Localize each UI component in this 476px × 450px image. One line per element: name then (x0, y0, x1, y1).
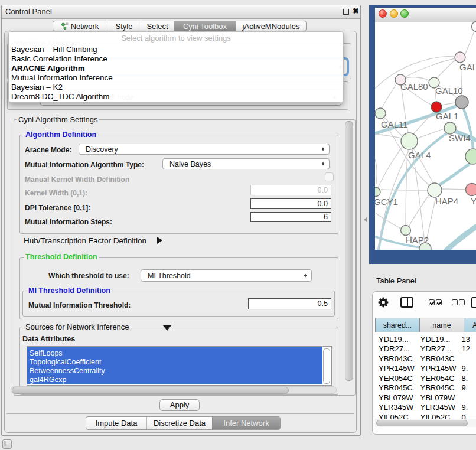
node-hap2 (401, 226, 411, 236)
node-label: GAL4 (408, 150, 431, 160)
cell: 9. (459, 403, 476, 412)
tab-jactivemnodules[interactable]: jActiveMNodules (236, 21, 306, 31)
expand-right-icon[interactable] (157, 237, 166, 244)
combo-arrows-icon (322, 161, 325, 167)
table-row[interactable]: YDL19...YDL19...13 (375, 335, 476, 344)
settings-vertical-scrollbar[interactable] (345, 121, 353, 381)
node-label: Y (471, 196, 476, 206)
list-item-selected[interactable]: BetweennessCentrality (27, 367, 322, 376)
column-header-partial[interactable]: A (464, 318, 476, 332)
cell: YBR045C (375, 383, 418, 393)
sources-group-label: Sources for Network Inference (24, 323, 131, 331)
hub-definition-label[interactable]: Hub/Transcription Factor Definition (24, 236, 146, 245)
mi-type-combo[interactable]: Naive Bayes (162, 158, 330, 169)
tab-infer-network[interactable]: Infer Network (212, 417, 280, 429)
cell: 8. (459, 374, 476, 383)
minimize-traffic-light[interactable] (390, 9, 398, 18)
gear-icon[interactable] (378, 297, 389, 308)
dropdown-item[interactable]: Basic Correlation Inference (9, 54, 343, 64)
control-panel-titlebar[interactable] (2, 5, 360, 19)
cell: YDR27... (418, 344, 459, 354)
tab-style[interactable]: Style (107, 21, 141, 31)
tab-impute-data[interactable]: Impute Data (86, 417, 146, 429)
tab-cyni-toolbox[interactable]: Cyni Toolbox (174, 21, 236, 31)
collapse-down-icon[interactable] (163, 325, 171, 335)
table-function-icon[interactable] (471, 297, 476, 308)
kernel-width-field[interactable]: 0.0 (250, 185, 331, 195)
node-gal4 (401, 133, 418, 149)
mi-threshold-group-label: MI Threshold Definition (27, 287, 112, 295)
table-panel-title: Table Panel (376, 276, 416, 285)
network-canvas[interactable]: GAL80 GAL10 GAL1 GAL11 SWI4 GAL4 GCY1 HA… (375, 8, 476, 250)
cell: YIL052C (418, 413, 459, 419)
table-row[interactable]: YBR045CYBR045C9. (375, 383, 476, 393)
select-all-checkbox-icon[interactable] (436, 299, 442, 305)
which-threshold-combo[interactable]: MI Threshold (141, 269, 312, 282)
node-green (465, 149, 476, 164)
tab-select-label: Select (146, 22, 168, 31)
dropdown-item-selected[interactable]: ARACNE Algorithm (9, 64, 343, 73)
close-traffic-light[interactable] (379, 9, 387, 18)
deselect-all-checkbox-icon[interactable] (459, 299, 465, 305)
tab-network[interactable]: Network (53, 21, 107, 31)
tab-style-label: Style (116, 22, 133, 31)
cell: YER054C (375, 374, 418, 383)
table-row[interactable]: YDR27...YDR27...12 (375, 344, 476, 354)
splitpane-arrow-icon[interactable] (361, 217, 367, 222)
table-row[interactable]: YBR043CYBR043C (375, 354, 476, 364)
mi-threshold-field[interactable]: 0.5 (248, 298, 331, 309)
node-label: HAP4 (435, 196, 458, 206)
manual-kernel-checkbox[interactable] (325, 172, 334, 181)
table-row[interactable]: YBL079WYBL079W (375, 393, 476, 403)
settings-horizontal-scrollbar[interactable] (12, 387, 289, 394)
list-item-selected[interactable]: gal4RGexp (27, 376, 322, 384)
mi-steps-field[interactable]: 6 (250, 212, 331, 222)
data-attributes-list[interactable]: SelfLoops TopologicalCoefficient Between… (27, 346, 332, 386)
node-label: SWI4 (449, 133, 471, 143)
table-row[interactable]: YPR145WYPR145W9. (375, 364, 476, 373)
tab-discretize-data[interactable]: Discretize Data (146, 417, 212, 429)
table-scrollbar[interactable] (376, 420, 468, 426)
dropdown-item[interactable]: Dream8 DC_TDC Algorithm (9, 92, 343, 102)
float-window-icon[interactable] (343, 9, 349, 15)
apply-button-label: Apply (170, 400, 190, 409)
dropdown-item[interactable]: Bayesian – Hill Climbing (9, 45, 343, 54)
table-row[interactable]: YLR345WYLR345W9. (375, 403, 476, 412)
minimized-panel-icon[interactable] (2, 439, 12, 449)
dropdown-item[interactable]: Mutual Information Inference (9, 73, 343, 83)
apply-button[interactable]: Apply (159, 399, 200, 411)
dropdown-prompt: Select algorithm to view settings (9, 32, 343, 45)
list-item-selected[interactable]: SelfLoops (27, 349, 322, 358)
node-label: GAL11 (381, 119, 408, 129)
algorithm-definition-label: Algorithm Definition (24, 131, 98, 139)
tab-network-label: Network (71, 22, 99, 31)
column-header-shared-name[interactable]: shared... (375, 318, 420, 332)
dpi-tolerance-field[interactable]: 0.0 (250, 198, 331, 209)
list-item-selected[interactable]: TopologicalCoefficient (27, 358, 322, 367)
list-scrollbar[interactable] (323, 348, 330, 384)
aracne-mode-value: Discovery (86, 145, 118, 154)
node-gal (455, 52, 465, 63)
dropdown-item[interactable]: Bayesian – K2 (9, 83, 343, 92)
aracne-mode-combo[interactable]: Discovery (79, 144, 330, 155)
cell: YBR043C (375, 354, 418, 364)
combo-arrows-icon (322, 146, 325, 152)
tab-cyni-toolbox-label: Cyni Toolbox (183, 22, 227, 31)
zoom-traffic-light[interactable] (400, 9, 409, 18)
column-header-name[interactable]: name (420, 318, 464, 332)
dpi-tolerance-label: DPI Tolerance [0,1]: (25, 204, 90, 212)
cell (459, 354, 476, 364)
deselect-all-checkbox-icon[interactable] (452, 299, 458, 305)
mi-steps-label: Mutual Information Steps: (25, 218, 112, 226)
tab-select[interactable]: Select (141, 21, 174, 31)
aracne-mode-label: Aracne Mode: (25, 146, 71, 154)
close-icon[interactable]: ✖ (353, 6, 359, 15)
select-all-checkbox-icon[interactable] (429, 299, 435, 305)
cell: YER054C (418, 374, 459, 383)
threshold-definition-label: Threshold Definition (24, 253, 99, 261)
node-swi4 (444, 122, 456, 134)
table-row[interactable]: YIL052CYIL052C0. (375, 413, 476, 419)
node-label: GAL (459, 62, 476, 72)
table-row[interactable]: YER054CYER054C8. (375, 374, 476, 383)
columns-icon[interactable] (400, 297, 413, 308)
